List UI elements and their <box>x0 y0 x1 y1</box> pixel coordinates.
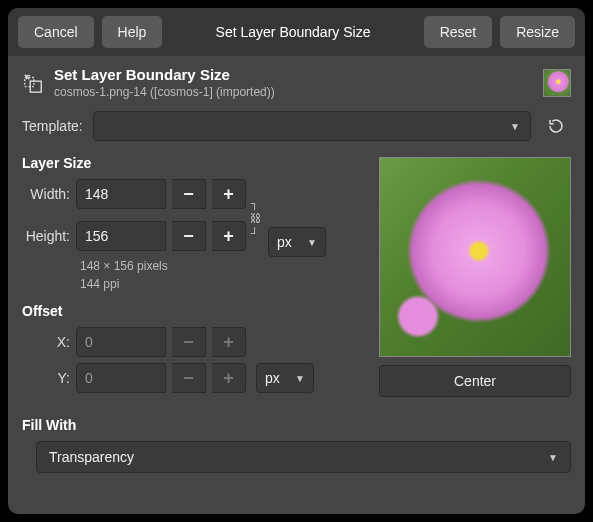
offset-x-input[interactable] <box>76 327 166 357</box>
bracket-top-icon: ┐ <box>251 198 259 209</box>
reset-icon <box>547 117 565 135</box>
resolution-text: 144 ppi <box>80 275 363 293</box>
title-bar: Cancel Help Set Layer Boundary Size Rese… <box>8 8 585 56</box>
width-input[interactable] <box>76 179 166 209</box>
layer-size-heading: Layer Size <box>22 155 363 171</box>
reset-button[interactable]: Reset <box>424 16 493 48</box>
width-increment-button[interactable]: + <box>212 179 246 209</box>
height-decrement-button[interactable]: − <box>172 221 206 251</box>
chevron-down-icon: ▼ <box>295 373 305 384</box>
bracket-bottom-icon: ┘ <box>251 228 259 239</box>
chain-broken-icon: ⛓ <box>250 213 261 224</box>
offset-unit-value: px <box>265 370 280 386</box>
resize-button[interactable]: Resize <box>500 16 575 48</box>
offset-y-increment-button: + <box>212 363 246 393</box>
fill-with-dropdown[interactable]: Transparency ▼ <box>36 441 571 473</box>
cancel-button[interactable]: Cancel <box>18 16 94 48</box>
height-input[interactable] <box>76 221 166 251</box>
chevron-down-icon: ▼ <box>307 237 317 248</box>
height-increment-button[interactable]: + <box>212 221 246 251</box>
layer-thumbnail <box>543 69 571 97</box>
help-button[interactable]: Help <box>102 16 163 48</box>
dialog-title: Set Layer Boundary Size <box>54 66 533 83</box>
height-label: Height: <box>22 228 70 244</box>
offset-unit-dropdown[interactable]: px ▼ <box>256 363 314 393</box>
offset-y-decrement-button: − <box>172 363 206 393</box>
offset-heading: Offset <box>22 303 363 319</box>
dialog-subtitle: cosmos-1.png-14 ([cosmos-1] (imported)) <box>54 85 533 99</box>
fill-with-heading: Fill With <box>22 417 571 433</box>
template-dropdown[interactable]: ▼ <box>93 111 531 141</box>
size-unit-dropdown[interactable]: px ▼ <box>268 227 326 257</box>
width-label: Width: <box>22 186 70 202</box>
template-reset-button[interactable] <box>541 111 571 141</box>
width-decrement-button[interactable]: − <box>172 179 206 209</box>
pixel-dimensions-text: 148 × 156 pixels <box>80 257 363 275</box>
chevron-down-icon: ▼ <box>510 121 520 132</box>
size-unit-value: px <box>277 234 292 250</box>
resize-layer-icon <box>22 72 44 94</box>
center-button[interactable]: Center <box>379 365 571 397</box>
offset-y-input[interactable] <box>76 363 166 393</box>
offset-x-increment-button: + <box>212 327 246 357</box>
offset-x-label: X: <box>22 334 70 350</box>
svg-rect-1 <box>30 81 41 92</box>
offset-y-label: Y: <box>22 370 70 386</box>
layer-preview[interactable] <box>379 157 571 357</box>
chain-link-toggle[interactable]: ┐ ⛓ ┘ <box>248 186 262 250</box>
template-label: Template: <box>22 118 83 134</box>
fill-with-value: Transparency <box>49 449 134 465</box>
offset-x-decrement-button: − <box>172 327 206 357</box>
window-title: Set Layer Boundary Size <box>170 24 415 40</box>
chevron-down-icon: ▼ <box>548 452 558 463</box>
